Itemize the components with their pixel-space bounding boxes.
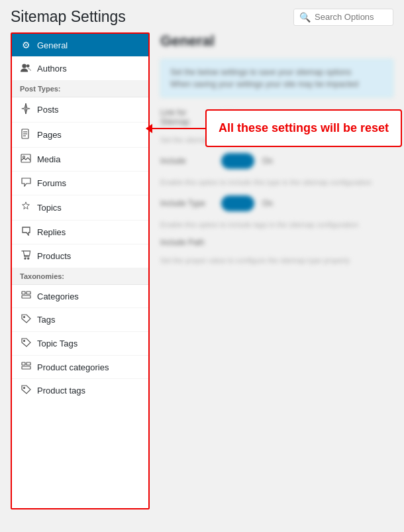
field2-toggle [221, 153, 254, 169]
product-categories-icon [20, 362, 32, 372]
main-layout: ⚙ General Authors Post Types: Posts [0, 32, 404, 509]
sidebar-label-product-tags: Product tags [37, 386, 85, 396]
search-input[interactable] [315, 12, 387, 22]
search-icon: 🔍 [299, 12, 311, 23]
sidebar-label-topics: Topics [37, 203, 62, 213]
svg-point-0 [22, 64, 26, 68]
field3-desc: Enable this option to include tags in th… [160, 221, 393, 229]
sidebar-label-posts: Posts [37, 105, 59, 115]
sidebar-item-pages[interactable]: Pages [12, 123, 148, 148]
media-icon [20, 154, 32, 165]
field2-label: Include [160, 156, 213, 166]
content-row-4: Include Path [160, 238, 393, 247]
sidebar-item-posts[interactable]: Posts [12, 97, 148, 123]
sidebar-label-authors: Authors [37, 64, 67, 74]
arrow-line [152, 128, 205, 129]
field3-toggle [221, 195, 254, 211]
svg-point-8 [23, 156, 25, 158]
sidebar-item-product-tags[interactable]: Product tags [12, 379, 148, 402]
search-box[interactable]: 🔍 [293, 9, 393, 26]
sidebar: ⚙ General Authors Post Types: Posts [11, 32, 150, 509]
pin-icon [20, 103, 32, 116]
page-wrapper: Sitemap Settings 🔍 ⚙ General Authors [0, 0, 404, 532]
svg-rect-12 [22, 295, 30, 298]
annotation-arrow [146, 124, 205, 133]
content-heading: General [160, 32, 393, 50]
svg-rect-17 [22, 366, 30, 369]
sidebar-item-general[interactable]: ⚙ General [12, 34, 148, 57]
sidebar-item-tags[interactable]: Tags [12, 308, 148, 332]
sidebar-label-categories: Categories [37, 292, 79, 301]
sidebar-item-product-categories[interactable]: Product categories [12, 356, 148, 379]
sidebar-label-pages: Pages [37, 130, 62, 140]
annotation-text: All these settings will be reset [219, 120, 389, 136]
svg-point-19 [23, 388, 25, 389]
annotation-box: All these settings will be reset [205, 109, 402, 147]
sidebar-label-general: General [37, 40, 68, 50]
field4-label: Include Path [160, 238, 213, 247]
field4-desc: Set the proper value to configure the si… [160, 256, 393, 264]
svg-point-15 [23, 341, 25, 342]
sidebar-label-replies: Replies [37, 227, 66, 237]
sidebar-label-products: Products [37, 251, 71, 261]
svg-rect-11 [22, 292, 25, 294]
sidebar-item-authors[interactable]: Authors [12, 57, 148, 81]
content-row-3: Include Type On [160, 195, 393, 211]
replies-icon [20, 227, 32, 238]
sidebar-item-topic-tags[interactable]: Topic Tags [12, 332, 148, 356]
sidebar-label-topic-tags: Topic Tags [37, 339, 77, 348]
arrow-head [146, 124, 152, 133]
svg-point-14 [23, 317, 25, 318]
sidebar-label-forums: Forums [37, 178, 66, 188]
gear-icon: ⚙ [20, 40, 32, 50]
annotation-wrapper: All these settings will be reset [146, 109, 402, 147]
header: Sitemap Settings 🔍 [0, 0, 404, 32]
products-icon [20, 250, 32, 262]
topic-tags-icon [20, 338, 32, 349]
field2-desc: Enable this option to include this type … [160, 178, 393, 186]
sidebar-section-post-types: Post Types: [12, 81, 148, 97]
sidebar-item-categories[interactable]: Categories [12, 285, 148, 308]
sidebar-section-taxonomies: Taxonomies: [12, 268, 148, 285]
content-row-2: Include On [160, 153, 393, 169]
content-notice: Set the below settings to save your site… [160, 59, 393, 97]
sidebar-item-products[interactable]: Products [12, 244, 148, 268]
svg-rect-7 [21, 154, 30, 162]
topics-icon [20, 201, 32, 214]
sidebar-item-media[interactable]: Media [12, 148, 148, 172]
page-title: Sitemap Settings [11, 8, 126, 26]
sidebar-label-product-categories: Product categories [37, 362, 109, 372]
sidebar-item-topics[interactable]: Topics [12, 195, 148, 221]
forums-icon [20, 178, 32, 189]
tags-icon [20, 314, 32, 325]
categories-icon [20, 291, 32, 301]
sidebar-item-forums[interactable]: Forums [12, 172, 148, 195]
field3-label: Include Type [160, 199, 213, 208]
product-tags-icon [20, 385, 32, 396]
sidebar-label-media: Media [37, 154, 60, 164]
svg-rect-13 [26, 292, 30, 294]
svg-rect-16 [22, 362, 25, 365]
sidebar-label-tags: Tags [37, 315, 55, 325]
pages-icon [20, 129, 32, 141]
svg-point-9 [25, 258, 26, 259]
svg-point-10 [28, 258, 29, 259]
sidebar-item-replies[interactable]: Replies [12, 221, 148, 244]
svg-rect-18 [26, 362, 30, 365]
svg-point-1 [26, 64, 30, 68]
users-icon [20, 63, 32, 74]
content-area: General Set the below settings to save y… [160, 32, 393, 509]
